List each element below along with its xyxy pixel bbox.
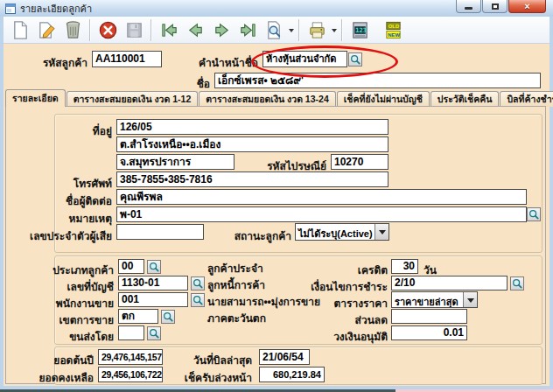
address-label: ที่อยู่: [42, 122, 112, 139]
toolbar-separator: [150, 19, 152, 41]
cancel-x-icon: [98, 20, 118, 40]
calc-screen-text: 123: [355, 26, 367, 34]
magnifier-icon: [528, 209, 539, 220]
tax-id-field[interactable]: [116, 224, 204, 240]
discount-label: ส่วนลด: [344, 312, 388, 328]
account-no-lookup-button[interactable]: [191, 276, 205, 290]
close-button[interactable]: ×: [508, 0, 546, 13]
advance-cheque-field[interactable]: 680,219.84: [259, 367, 325, 382]
tab-details[interactable]: รายละเอียด: [5, 89, 66, 107]
salesperson-field[interactable]: 001: [118, 292, 188, 307]
chevron-down-icon: [332, 29, 337, 35]
note-lookup-button[interactable]: [527, 207, 541, 221]
postal-code-field[interactable]: 10270: [331, 154, 388, 170]
dropdown-button[interactable]: [374, 224, 388, 240]
toolbar-separator: [89, 19, 91, 41]
toolbar: 123 OLDNEW: [4, 17, 550, 44]
title-prefix-label: คำนำหน้าชื่อ: [186, 54, 258, 71]
last-record-button[interactable]: [235, 18, 260, 42]
next-record-button[interactable]: [209, 18, 234, 42]
tab-balance-period-13-24[interactable]: ตารางสะสมยอดเงิน งวด 13-24: [199, 91, 335, 107]
cancel-button[interactable]: [95, 18, 120, 42]
address-line2-field[interactable]: ต.สำโรงเหนือ••อ.เมือง: [116, 136, 388, 152]
last-bill-date-field[interactable]: 21/06/54: [259, 349, 310, 365]
customer-name-field[interactable]: เอ็กซ์เพรส• ๒๕๘๙': [214, 73, 541, 88]
payment-terms-field[interactable]: 2/10: [391, 276, 508, 290]
tab-strip: รายละเอียด ตารางสะสมยอดเงิน งวด 1-12 ตาร…: [5, 90, 553, 107]
titlebar: รายละเอียดลูกค้า ×: [0, 0, 553, 17]
opening-balance-label: ยอดต้นปี: [35, 352, 94, 368]
preview-button[interactable]: [262, 18, 286, 42]
tab-unpaid-bills[interactable]: บิลที่ค้างชำระ: [500, 91, 553, 107]
tab-returned-cheques[interactable]: ประวัติเช็คคืน: [430, 91, 500, 107]
customer-type-lookup-button[interactable]: [147, 260, 161, 274]
old-new-toggle-button[interactable]: OLDNEW: [381, 18, 405, 42]
address-line1-field[interactable]: 126/05: [116, 119, 388, 135]
last-record-icon: [238, 20, 258, 40]
sales-zone-label: เขตการขาย: [35, 312, 114, 328]
edit-record-button[interactable]: [34, 18, 59, 42]
magnifier-icon: [192, 278, 203, 289]
customer-status-dropdown[interactable]: ไม่ได้ระบุ(Active): [295, 223, 389, 241]
phone-label: โทรศัพท์: [42, 175, 112, 192]
phone-field[interactable]: 385-7855•385-7816: [116, 172, 388, 187]
dropdown-button[interactable]: [463, 292, 477, 307]
old-badge-text: OLD: [388, 23, 399, 28]
sales-zone-field[interactable]: ตก: [118, 309, 158, 324]
previous-record-button[interactable]: [183, 18, 207, 42]
price-table-dropdown[interactable]: ราคาขายล่าสุด: [391, 291, 478, 308]
last-bill-date-label: วันที่บิลล่าสุด: [182, 352, 252, 368]
maximize-icon: [492, 4, 499, 10]
delete-record-button[interactable]: [60, 18, 85, 42]
customer-code-field[interactable]: AA110001: [92, 51, 162, 67]
payment-terms-lookup-button[interactable]: [510, 276, 524, 290]
account-no-field[interactable]: 1130-01: [118, 276, 188, 290]
transport-field[interactable]: [118, 326, 144, 340]
contact-person-field[interactable]: คุณพีรพล: [116, 189, 527, 205]
title-prefix-lookup-button[interactable]: [348, 52, 362, 66]
preview-magnifier-icon: [264, 20, 284, 40]
magnifier-icon: [192, 295, 203, 305]
address-line3-field[interactable]: จ.สมุทรปราการ: [116, 154, 234, 170]
tax-id-label: เลขประจำตัวผู้เสีย: [12, 228, 112, 244]
transport-label: ขนส่งโดย: [35, 328, 114, 345]
account-no-label: เลขที่บัญชี: [35, 278, 114, 295]
note-label: หมายเหตุ: [42, 210, 112, 227]
discount-field[interactable]: [391, 309, 467, 324]
maximize-button[interactable]: [482, 0, 508, 13]
note-field[interactable]: พ-01: [116, 206, 527, 222]
credit-field[interactable]: 30: [391, 259, 418, 274]
minimize-button[interactable]: [456, 0, 481, 13]
outstanding-balance-field[interactable]: 29,456,106,722: [98, 367, 163, 382]
preview-dropdown-button[interactable]: [287, 18, 295, 42]
transport-lookup-button[interactable]: [147, 326, 161, 340]
opening-balance-field[interactable]: 29,476,145,157: [98, 349, 163, 365]
tab-uncleared-cheques[interactable]: เช็คที่ยังไม่ผ่านบัญชี: [337, 91, 430, 107]
window-title: รายละเอียดลูกค้า: [20, 1, 92, 17]
calculator-123-icon: 123: [350, 20, 370, 40]
save-button[interactable]: [122, 18, 146, 42]
toolbar-separator: [298, 19, 300, 41]
recalculate-button[interactable]: 123: [347, 18, 372, 42]
minimize-icon: [465, 7, 472, 10]
salesperson-lookup-button[interactable]: [191, 293, 205, 307]
price-table-label: ตารางราคา: [326, 295, 388, 312]
first-record-button[interactable]: [157, 18, 181, 42]
customer-type-field[interactable]: 00: [118, 259, 144, 274]
credit-limit-field[interactable]: 0.01: [391, 326, 467, 340]
magnifier-icon: [163, 312, 173, 322]
save-floppy-icon: [124, 20, 144, 40]
customer-detail-window: รายละเอียดลูกค้า ×: [0, 0, 553, 392]
print-dropdown-button[interactable]: [330, 18, 338, 42]
print-button[interactable]: [304, 18, 329, 42]
next-record-icon: [212, 20, 232, 40]
old-new-icon: OLDNEW: [383, 20, 403, 40]
credit-label: เครดิต: [344, 262, 388, 278]
tab-balance-period-1-12[interactable]: ตารางสะสมยอดเงิน งวด 1-12: [66, 91, 199, 107]
first-record-icon: [159, 20, 179, 40]
title-prefix-field[interactable]: ห้างหุ้นส่วนจำกัด: [262, 51, 347, 67]
chevron-down-icon: [467, 298, 474, 306]
sales-zone-lookup-button[interactable]: [161, 310, 175, 324]
trash-icon: [63, 20, 83, 40]
new-record-button[interactable]: [8, 18, 32, 42]
